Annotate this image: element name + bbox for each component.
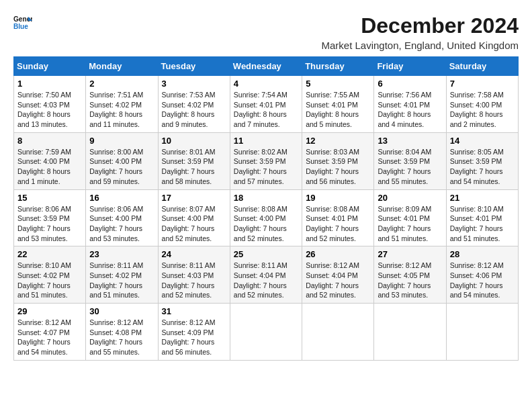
calendar-cell: 24 Sunrise: 8:11 AM Sunset: 4:03 PM Dayl… — [158, 246, 230, 304]
day-info: Sunrise: 8:12 AM Sunset: 4:09 PM Dayligh… — [162, 318, 216, 356]
day-number: 11 — [234, 136, 298, 146]
day-number: 13 — [378, 136, 442, 146]
day-info: Sunrise: 8:12 AM Sunset: 4:04 PM Dayligh… — [306, 261, 359, 299]
calendar-cell: 22 Sunrise: 8:10 AM Sunset: 4:02 PM Dayl… — [14, 246, 86, 304]
day-number: 4 — [234, 79, 298, 89]
calendar-cell — [446, 304, 518, 361]
day-number: 24 — [162, 249, 226, 259]
calendar-cell: 4 Sunrise: 7:54 AM Sunset: 4:01 PM Dayli… — [230, 76, 302, 133]
day-info: Sunrise: 7:50 AM Sunset: 4:03 PM Dayligh… — [17, 91, 71, 128]
day-header-tuesday: Tuesday — [158, 57, 230, 76]
day-number: 2 — [89, 79, 154, 89]
calendar-cell: 10 Sunrise: 8:01 AM Sunset: 3:59 PM Dayl… — [158, 132, 230, 189]
day-info: Sunrise: 8:01 AM Sunset: 3:59 PM Dayligh… — [162, 148, 216, 185]
calendar-week-1: 1 Sunrise: 7:50 AM Sunset: 4:03 PM Dayli… — [14, 76, 519, 133]
calendar-cell: 30 Sunrise: 8:12 AM Sunset: 4:08 PM Dayl… — [86, 304, 158, 361]
day-number: 28 — [450, 249, 515, 259]
day-header-saturday: Saturday — [446, 57, 518, 76]
day-info: Sunrise: 7:51 AM Sunset: 4:02 PM Dayligh… — [89, 91, 143, 128]
day-info: Sunrise: 8:08 AM Sunset: 4:00 PM Dayligh… — [234, 205, 287, 242]
calendar-cell: 11 Sunrise: 8:02 AM Sunset: 3:59 PM Dayl… — [230, 132, 302, 189]
day-number: 10 — [162, 136, 226, 146]
calendar-cell: 7 Sunrise: 7:58 AM Sunset: 4:00 PM Dayli… — [446, 76, 518, 133]
day-number: 15 — [17, 193, 82, 203]
calendar-week-4: 22 Sunrise: 8:10 AM Sunset: 4:02 PM Dayl… — [14, 246, 519, 304]
calendar-cell: 17 Sunrise: 8:07 AM Sunset: 4:00 PM Dayl… — [158, 189, 230, 246]
day-info: Sunrise: 8:10 AM Sunset: 4:01 PM Dayligh… — [450, 205, 504, 242]
day-header-monday: Monday — [86, 57, 158, 76]
calendar-cell — [374, 304, 446, 361]
day-number: 7 — [450, 79, 515, 89]
day-number: 16 — [89, 193, 154, 203]
day-number: 22 — [17, 249, 82, 259]
calendar-cell: 6 Sunrise: 7:56 AM Sunset: 4:01 PM Dayli… — [374, 76, 446, 133]
calendar-cell: 16 Sunrise: 8:06 AM Sunset: 4:00 PM Dayl… — [86, 189, 158, 246]
day-number: 6 — [378, 79, 442, 89]
calendar-cell: 26 Sunrise: 8:12 AM Sunset: 4:04 PM Dayl… — [302, 246, 374, 304]
svg-text:Blue: Blue — [13, 23, 28, 30]
title-area: December 2024 Market Lavington, England,… — [321, 13, 519, 51]
calendar-cell: 9 Sunrise: 8:00 AM Sunset: 4:00 PM Dayli… — [86, 132, 158, 189]
calendar-cell: 23 Sunrise: 8:11 AM Sunset: 4:02 PM Dayl… — [86, 246, 158, 304]
day-info: Sunrise: 8:02 AM Sunset: 3:59 PM Dayligh… — [234, 148, 287, 185]
calendar-cell: 27 Sunrise: 8:12 AM Sunset: 4:05 PM Dayl… — [374, 246, 446, 304]
calendar-cell: 2 Sunrise: 7:51 AM Sunset: 4:02 PM Dayli… — [86, 76, 158, 133]
day-info: Sunrise: 8:07 AM Sunset: 4:00 PM Dayligh… — [162, 205, 216, 242]
page-header: General Blue December 2024 Market Laving… — [13, 13, 519, 51]
calendar-cell: 19 Sunrise: 8:08 AM Sunset: 4:01 PM Dayl… — [302, 189, 374, 246]
day-info: Sunrise: 8:08 AM Sunset: 4:01 PM Dayligh… — [306, 205, 359, 242]
calendar-cell: 15 Sunrise: 8:06 AM Sunset: 3:59 PM Dayl… — [14, 189, 86, 246]
day-header-wednesday: Wednesday — [230, 57, 302, 76]
month-title: December 2024 — [321, 13, 519, 38]
day-info: Sunrise: 8:12 AM Sunset: 4:07 PM Dayligh… — [17, 318, 71, 356]
logo: General Blue — [13, 13, 32, 32]
location-subtitle: Market Lavington, England, United Kingdo… — [321, 40, 519, 51]
calendar-week-2: 8 Sunrise: 7:59 AM Sunset: 4:00 PM Dayli… — [14, 132, 519, 189]
day-number: 23 — [89, 249, 154, 259]
day-number: 14 — [450, 136, 515, 146]
day-info: Sunrise: 8:09 AM Sunset: 4:01 PM Dayligh… — [378, 205, 431, 242]
day-number: 18 — [234, 193, 298, 203]
calendar-cell: 12 Sunrise: 8:03 AM Sunset: 3:59 PM Dayl… — [302, 132, 374, 189]
day-number: 30 — [89, 306, 154, 316]
calendar-cell: 8 Sunrise: 7:59 AM Sunset: 4:00 PM Dayli… — [14, 132, 86, 189]
day-info: Sunrise: 7:56 AM Sunset: 4:01 PM Dayligh… — [378, 91, 431, 128]
calendar-cell: 20 Sunrise: 8:09 AM Sunset: 4:01 PM Dayl… — [374, 189, 446, 246]
calendar-cell: 3 Sunrise: 7:53 AM Sunset: 4:02 PM Dayli… — [158, 76, 230, 133]
day-info: Sunrise: 8:12 AM Sunset: 4:05 PM Dayligh… — [378, 261, 431, 299]
day-number: 3 — [162, 79, 226, 89]
day-number: 31 — [162, 306, 226, 316]
calendar-week-5: 29 Sunrise: 8:12 AM Sunset: 4:07 PM Dayl… — [14, 304, 519, 361]
day-number: 12 — [306, 136, 370, 146]
day-number: 1 — [17, 79, 82, 89]
calendar-cell: 1 Sunrise: 7:50 AM Sunset: 4:03 PM Dayli… — [14, 76, 86, 133]
calendar-cell — [230, 304, 302, 361]
day-number: 25 — [234, 249, 298, 259]
day-info: Sunrise: 7:54 AM Sunset: 4:01 PM Dayligh… — [234, 91, 287, 128]
day-info: Sunrise: 8:05 AM Sunset: 3:59 PM Dayligh… — [450, 148, 504, 185]
calendar-table: SundayMondayTuesdayWednesdayThursdayFrid… — [13, 56, 519, 361]
day-header-friday: Friday — [374, 57, 446, 76]
day-info: Sunrise: 8:06 AM Sunset: 3:59 PM Dayligh… — [17, 205, 71, 242]
day-header-thursday: Thursday — [302, 57, 374, 76]
day-number: 8 — [17, 136, 82, 146]
calendar-header-row: SundayMondayTuesdayWednesdayThursdayFrid… — [14, 57, 519, 76]
day-number: 29 — [17, 306, 82, 316]
day-number: 9 — [89, 136, 154, 146]
calendar-cell: 21 Sunrise: 8:10 AM Sunset: 4:01 PM Dayl… — [446, 189, 518, 246]
day-number: 21 — [450, 193, 515, 203]
day-info: Sunrise: 8:11 AM Sunset: 4:04 PM Dayligh… — [234, 261, 287, 299]
day-info: Sunrise: 8:12 AM Sunset: 4:08 PM Dayligh… — [89, 318, 143, 356]
day-info: Sunrise: 8:10 AM Sunset: 4:02 PM Dayligh… — [17, 261, 71, 299]
calendar-cell: 13 Sunrise: 8:04 AM Sunset: 3:59 PM Dayl… — [374, 132, 446, 189]
calendar-cell: 5 Sunrise: 7:55 AM Sunset: 4:01 PM Dayli… — [302, 76, 374, 133]
day-info: Sunrise: 7:58 AM Sunset: 4:00 PM Dayligh… — [450, 91, 504, 128]
calendar-cell: 18 Sunrise: 8:08 AM Sunset: 4:00 PM Dayl… — [230, 189, 302, 246]
calendar-cell: 29 Sunrise: 8:12 AM Sunset: 4:07 PM Dayl… — [14, 304, 86, 361]
day-info: Sunrise: 7:55 AM Sunset: 4:01 PM Dayligh… — [306, 91, 359, 128]
day-header-sunday: Sunday — [14, 57, 86, 76]
calendar-cell: 14 Sunrise: 8:05 AM Sunset: 3:59 PM Dayl… — [446, 132, 518, 189]
day-info: Sunrise: 8:04 AM Sunset: 3:59 PM Dayligh… — [378, 148, 431, 185]
calendar-cell: 25 Sunrise: 8:11 AM Sunset: 4:04 PM Dayl… — [230, 246, 302, 304]
calendar-week-3: 15 Sunrise: 8:06 AM Sunset: 3:59 PM Dayl… — [14, 189, 519, 246]
